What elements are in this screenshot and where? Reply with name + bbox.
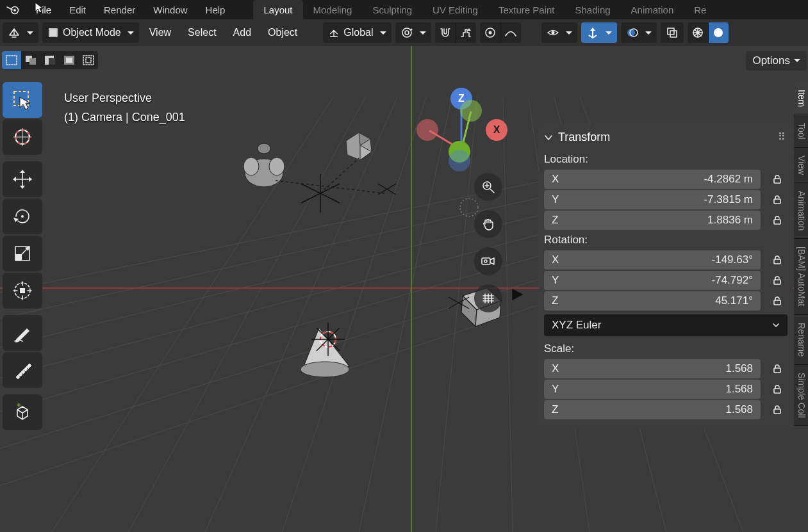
3d-viewport[interactable]: Options User Perspective (1) Camera | Co… — [0, 46, 808, 532]
orientation-label: Global — [343, 27, 373, 38]
header-select[interactable]: Select — [181, 27, 222, 38]
svg-point-6 — [410, 29, 412, 31]
transform-panel-header[interactable]: Transform — [544, 128, 787, 150]
lock-icon[interactable] — [767, 190, 787, 209]
drag-handle-icon[interactable]: ⠿ — [778, 131, 786, 143]
shading-wireframe[interactable] — [688, 22, 708, 43]
tool-cursor[interactable] — [3, 119, 42, 155]
select-mode-extend[interactable] — [21, 51, 40, 69]
menu-window[interactable]: Window — [144, 0, 196, 19]
svg-rect-72 — [86, 58, 91, 63]
editor-type-dropdown[interactable] — [3, 22, 38, 43]
rtab-rename[interactable]: Rename — [794, 315, 808, 365]
blender-logo-icon — [0, 2, 27, 17]
rotation-label: Rotation: — [544, 231, 787, 249]
workspace-tab-animation[interactable]: Animation — [621, 0, 684, 19]
svg-rect-64 — [6, 56, 17, 65]
menu-edit[interactable]: Edit — [60, 0, 95, 19]
tool-rotate[interactable] — [3, 198, 42, 234]
viewport-nav-buttons — [474, 173, 502, 312]
svg-point-15 — [714, 28, 723, 37]
tool-annotate[interactable] — [3, 315, 42, 351]
svg-rect-70 — [66, 58, 72, 63]
axis-x-ball[interactable]: X — [486, 119, 507, 141]
svg-point-8 — [488, 31, 491, 35]
select-mode-set[interactable] — [2, 51, 21, 69]
lock-icon[interactable] — [767, 170, 787, 189]
workspace-tab-uvediting[interactable]: UV Editing — [422, 0, 488, 19]
location-y-field[interactable]: Y-7.3815 m — [544, 190, 761, 209]
axis-neg-z-ball[interactable] — [449, 150, 470, 172]
tool-scale[interactable] — [3, 236, 42, 271]
header-add[interactable]: Add — [227, 27, 258, 38]
axis-neg-x-ball[interactable] — [416, 119, 438, 141]
menu-help[interactable]: Help — [197, 0, 235, 19]
chevron-down-icon — [544, 133, 553, 142]
rtab-tool[interactable]: Tool — [794, 115, 808, 148]
proportional-falloff-dropdown[interactable] — [500, 22, 521, 43]
orientation-dropdown[interactable]: Global — [323, 22, 391, 43]
zoom-button[interactable] — [474, 173, 502, 201]
pivot-dropdown[interactable] — [395, 22, 431, 43]
scale-z-field[interactable]: Z1.568 — [544, 400, 761, 419]
workspace-tab-texturepaint[interactable]: Texture Paint — [488, 0, 565, 19]
lock-icon[interactable] — [767, 291, 787, 310]
menu-render[interactable]: Render — [95, 0, 144, 19]
svg-point-39 — [258, 143, 270, 154]
rtab-item[interactable]: Item — [794, 82, 808, 115]
lock-icon[interactable] — [767, 271, 787, 290]
mode-dropdown[interactable]: Object Mode — [42, 22, 139, 43]
rtab-bam-automat[interactable]: [BAM] AutoMat — [794, 239, 808, 314]
workspace-tab-sculpting[interactable]: Sculpting — [362, 0, 422, 19]
viewport-options-dropdown[interactable]: Options — [746, 51, 807, 70]
lock-icon[interactable] — [767, 380, 787, 399]
mesh-suzanne — [243, 143, 284, 187]
scale-x-field[interactable]: X1.568 — [544, 359, 761, 378]
n-panel-tabs: Item Tool View Animation [BAM] AutoMat R… — [794, 82, 808, 426]
shading-solid[interactable] — [708, 22, 729, 43]
lock-icon[interactable] — [767, 359, 787, 378]
lock-icon[interactable] — [767, 211, 787, 230]
camera-view-button[interactable] — [474, 247, 502, 275]
tool-select-box[interactable] — [3, 82, 42, 118]
rtab-animation[interactable]: Animation — [794, 183, 808, 239]
perspective-toggle-button[interactable] — [474, 284, 502, 312]
workspace-tab-modeling[interactable]: Modeling — [303, 0, 363, 19]
cursor-icon — [35, 2, 45, 15]
gizmo-dropdown[interactable] — [581, 22, 617, 43]
tool-move[interactable] — [3, 161, 42, 197]
tool-add-primitive[interactable]: + — [3, 394, 42, 430]
workspace-tab-more[interactable]: Re — [684, 0, 716, 19]
select-mode-invert[interactable] — [60, 51, 79, 69]
lock-icon[interactable] — [767, 250, 787, 270]
workspace-tab-shading[interactable]: Shading — [565, 0, 621, 19]
header-view[interactable]: View — [143, 27, 177, 38]
svg-point-96 — [21, 215, 24, 218]
location-x-field[interactable]: X-4.2862 m — [544, 170, 761, 189]
rotation-y-field[interactable]: Y-74.792° — [544, 271, 761, 290]
snap-toggle[interactable] — [435, 22, 456, 43]
xray-toggle[interactable] — [661, 22, 684, 43]
tool-measure[interactable] — [3, 352, 42, 388]
nav-gizmo[interactable]: Z X — [410, 86, 513, 163]
location-z-field[interactable]: Z1.8836 m — [544, 211, 761, 230]
select-mode-intersect[interactable] — [79, 51, 98, 69]
svg-point-56 — [301, 362, 349, 377]
lock-icon[interactable] — [767, 400, 787, 419]
rotation-z-field[interactable]: Z45.171° — [544, 291, 761, 310]
rtab-view[interactable]: View — [794, 148, 808, 183]
axis-neg-y-ball[interactable] — [460, 100, 482, 122]
scale-y-field[interactable]: Y1.568 — [544, 380, 761, 399]
tool-transform[interactable] — [3, 273, 42, 309]
workspace-tab-layout[interactable]: Layout — [253, 0, 302, 19]
rtab-simple-coll[interactable]: Simple Coll — [794, 365, 808, 426]
proportional-toggle[interactable] — [480, 22, 500, 43]
rotation-x-field[interactable]: X-149.63° — [544, 250, 761, 270]
select-mode-subtract[interactable] — [40, 51, 60, 69]
pan-button[interactable] — [474, 210, 502, 238]
rotation-mode-dropdown[interactable]: XYZ Euler — [544, 314, 787, 336]
overlay-dropdown[interactable] — [621, 22, 657, 43]
visibility-dropdown[interactable] — [541, 22, 577, 43]
header-object[interactable]: Object — [261, 27, 304, 38]
snap-type-dropdown[interactable] — [456, 22, 476, 43]
